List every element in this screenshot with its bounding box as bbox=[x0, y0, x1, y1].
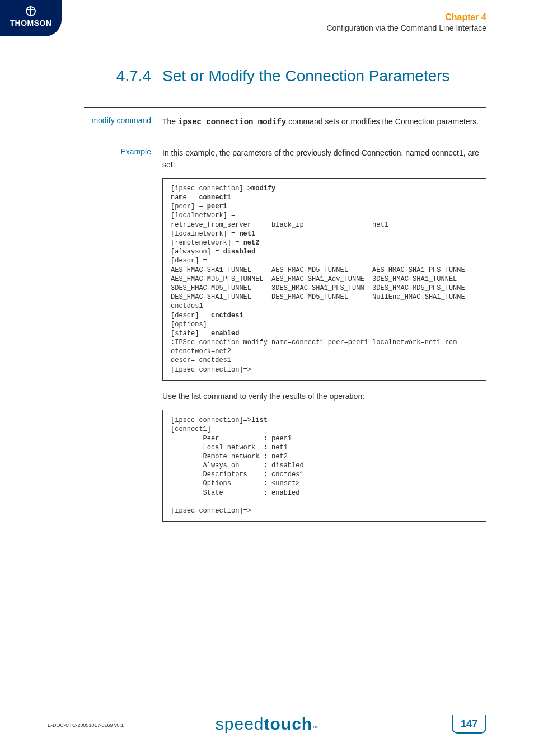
brand-bold: touch bbox=[264, 715, 313, 734]
section-title-text: Set or Modify the Connection Parameters bbox=[162, 67, 450, 84]
modify-command-row: modify command The ipsec connection modi… bbox=[84, 116, 486, 128]
example-intro: In this example, the parameters of the p… bbox=[162, 147, 486, 170]
chapter-subtitle: Configuration via the Command Line Inter… bbox=[326, 24, 486, 32]
trademark-icon: ™ bbox=[312, 725, 318, 731]
code-block-modify: [ipsec connection]=>modify name = connec… bbox=[162, 178, 486, 381]
logo-text: THOMSON bbox=[0, 18, 62, 27]
page-number: 147 bbox=[452, 715, 486, 734]
text: command sets or modifies the Connection … bbox=[286, 117, 479, 126]
inline-code: ipsec connection modify bbox=[178, 118, 286, 126]
page-header: Chapter 4 Configuration via the Command … bbox=[326, 12, 486, 32]
document-id: E-DOC-CTC-20051017-0169 v0.1 bbox=[48, 722, 124, 728]
modify-command-body: The ipsec connection modify command sets… bbox=[162, 116, 486, 128]
example-label: Example bbox=[84, 147, 162, 170]
logo-icon bbox=[0, 6, 62, 18]
footer-brand: speedtouch™ bbox=[216, 715, 318, 734]
rule bbox=[84, 139, 486, 139]
text: The bbox=[162, 117, 178, 126]
brand-light: speed bbox=[216, 715, 264, 734]
chapter-label: Chapter 4 bbox=[326, 12, 486, 22]
example-row: Example In this example, the parameters … bbox=[84, 147, 486, 170]
verify-text: Use the list command to verify the resul… bbox=[162, 391, 486, 402]
code-block-list: [ipsec connection]=>list [connect1] Peer… bbox=[162, 410, 486, 522]
modify-command-label: modify command bbox=[84, 116, 162, 128]
page-footer: E-DOC-CTC-20051017-0169 v0.1 speedtouch™… bbox=[0, 706, 534, 734]
section-title: 4.7.4Set or Modify the Connection Parame… bbox=[84, 67, 486, 85]
section-number: 4.7.4 bbox=[84, 67, 151, 85]
page-content: 4.7.4Set or Modify the Connection Parame… bbox=[84, 67, 486, 522]
rule bbox=[84, 107, 486, 108]
brand-logo: THOMSON bbox=[0, 0, 62, 36]
